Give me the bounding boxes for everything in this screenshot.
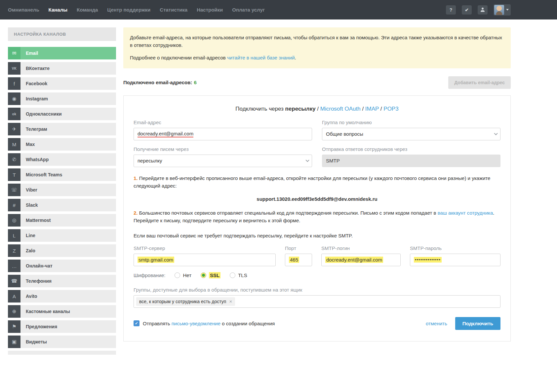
vk-icon: VK (8, 62, 20, 75)
notice-text-2-suffix: . (295, 55, 296, 60)
smtp-server-field: SMTP-сервер smtp.gmail.com (134, 240, 276, 266)
staff-account-link[interactable]: ваш аккаунт сотрудника (438, 210, 493, 216)
title-separator: / (379, 106, 383, 112)
smtp-password-field: SMTP-пароль •••••••••••••• (410, 240, 500, 266)
channel-label: Max (20, 138, 116, 151)
smtp-port-value: 465 (289, 257, 299, 263)
sidebar-item-online-chat[interactable]: … Онлайн-чат (8, 260, 116, 272)
smtp-login-input[interactable]: docready.ent@gmail.com (321, 254, 401, 266)
custom-channels-icon: ⊕ (8, 305, 20, 318)
smtp-server-input[interactable]: smtp.gmail.com (134, 254, 276, 266)
sidebar-item-telephony[interactable]: ☎ Телефония (8, 275, 116, 287)
forwarding-address: support.13020.eed09ff3e5dd5df9@dev.omnid… (134, 196, 500, 202)
nav-item-support-center[interactable]: Центр поддержки (102, 0, 155, 19)
sidebar-item-custom-channels[interactable]: ⊕ Кастомные каналы (8, 305, 116, 318)
cancel-link[interactable]: отменить (426, 321, 447, 326)
encryption-ssl-radio[interactable]: SSL (201, 272, 220, 278)
sidebar-item-email[interactable]: ✉ Email (8, 47, 116, 59)
group-tag: все, к которым у сотрудника есть доступ … (136, 297, 235, 306)
shield-check-icon: ✔ (465, 7, 469, 13)
profile-button[interactable] (478, 5, 488, 15)
nav-item-channels[interactable]: Каналы (44, 0, 72, 19)
chevron-down-icon (494, 131, 497, 135)
whatsapp-icon: ✆ (8, 153, 20, 166)
form-row-1: Email-адрес docready.ent@gmail.com Групп… (134, 114, 500, 140)
sidebar-item-viber[interactable]: ☏ Viber (8, 184, 116, 196)
notify-checkbox[interactable]: ✓ (134, 320, 139, 326)
send-via-value: SMTP (326, 158, 340, 163)
method-pop3-link[interactable]: POP3 (383, 106, 398, 112)
method-microsoft-oauth-link[interactable]: Microsoft OAuth (320, 106, 361, 112)
nav-item-statistics[interactable]: Статистика (155, 0, 192, 19)
encryption-tls-radio[interactable]: TLS (230, 272, 247, 278)
sidebar-item-instagram[interactable]: ◉ Instagram (8, 92, 116, 105)
max-icon: M (8, 138, 20, 151)
smtp-server-label: SMTP-сервер (134, 245, 276, 251)
sidebar-item-slack[interactable]: # Slack (8, 199, 116, 211)
channel-label: Facebook (20, 77, 116, 90)
sidebar-item-suggestions[interactable]: ⚑ Предложения (8, 320, 116, 333)
smtp-port-input[interactable]: 465 (285, 254, 312, 266)
notify-prefix: Отправлять (143, 321, 172, 326)
receive-via-select[interactable]: пересылку (134, 155, 312, 167)
smtp-login-value: docready.ent@gmail.com (325, 257, 383, 263)
sidebar-item-microsoft-teams[interactable]: T Microsoft Teams (8, 168, 116, 181)
chevron-down-icon (305, 158, 309, 162)
default-group-value: Общие вопросы (326, 131, 363, 137)
title-separator: / (361, 106, 365, 112)
sidebar-item-telegram[interactable]: ✈ Телеграм (8, 123, 116, 135)
smtp-port-label: Порт (285, 245, 312, 251)
smtp-password-label: SMTP-пароль (410, 245, 500, 251)
user-avatar (494, 5, 504, 15)
zalo-icon: Z (8, 244, 20, 257)
help-button[interactable]: ? (446, 5, 456, 15)
nav-item-team[interactable]: Команда (72, 0, 102, 19)
method-imap-link[interactable]: IMAP (365, 106, 379, 112)
sidebar-item-avito[interactable]: A Avito (8, 290, 116, 303)
channel-label: Email (20, 47, 116, 59)
nav-item-settings[interactable]: Настройки (192, 0, 227, 19)
email-address-input[interactable]: docready.ent@gmail.com (134, 128, 312, 140)
encryption-none-radio[interactable]: Нет (175, 272, 191, 278)
groups-input[interactable]: все, к которым у сотрудника есть доступ … (134, 295, 500, 308)
channel-label: WhatsApp (20, 153, 116, 166)
slack-icon: # (8, 199, 20, 211)
add-email-button[interactable]: Добавить email-адрес (448, 76, 511, 89)
knowledge-base-link[interactable]: читайте в нашей базе знаний (227, 55, 295, 60)
default-group-select[interactable]: Общие вопросы (322, 128, 500, 140)
smtp-login-field: SMTP-логин docready.ent@gmail.com (321, 240, 401, 266)
groups-label: Группы, доступные для выбора в обращении… (134, 287, 500, 293)
smtp-password-input[interactable]: •••••••••••••• (410, 254, 500, 266)
sidebar-footer (8, 351, 116, 355)
sidebar-item-odnoklassniki[interactable]: ok Одноклассники (8, 108, 116, 120)
sidebar-item-facebook[interactable]: f Facebook (8, 77, 116, 90)
channel-label: Кастомные каналы (20, 305, 116, 318)
notification-letter-link[interactable]: письмо-уведомление (172, 321, 220, 326)
step-1-number: 1. (134, 175, 138, 181)
sidebar-item-vkontakte[interactable]: VK ВКонтакте (8, 62, 116, 75)
remove-tag-icon[interactable]: × (229, 299, 232, 304)
radio-unchecked-icon (175, 272, 180, 278)
notice-text-1: Добавьте email-адреса, на которые пользо… (130, 34, 504, 49)
receive-via-value: пересылку (138, 158, 162, 163)
sidebar-item-max[interactable]: M Max (8, 138, 116, 151)
sidebar-item-zalo[interactable]: Z Zalo (8, 244, 116, 257)
page-layout: НАСТРОЙКА КАНАЛОВ ✉ Email VK ВКонтакте f… (0, 19, 557, 363)
sidebar-item-widgets[interactable]: ▣ Виджеты (8, 336, 116, 348)
online-chat-icon: … (8, 260, 20, 272)
nav-item-billing[interactable]: Оплата услуг (227, 0, 269, 19)
channel-label: Виджеты (20, 336, 116, 348)
notice-text-2-prefix: Подробнее о подключении email-адресов (130, 55, 227, 60)
sidebar-item-line[interactable]: L Line (8, 229, 116, 242)
connect-button[interactable]: Подключить (455, 317, 500, 330)
channel-label: Avito (20, 290, 116, 303)
nav-item-omnipanel[interactable]: Омнипанель (8, 0, 44, 19)
notify-suffix: о создании обращения (220, 321, 275, 326)
moderation-button[interactable]: ✔ (462, 5, 472, 15)
user-menu[interactable] (494, 4, 511, 16)
sidebar-item-whatsapp[interactable]: ✆ WhatsApp (8, 153, 116, 166)
widgets-icon: ▣ (8, 336, 20, 348)
sidebar-item-mattermost[interactable]: ◎ Mattermost (8, 214, 116, 227)
instagram-icon: ◉ (8, 92, 20, 105)
channel-label: Телефония (20, 275, 116, 287)
